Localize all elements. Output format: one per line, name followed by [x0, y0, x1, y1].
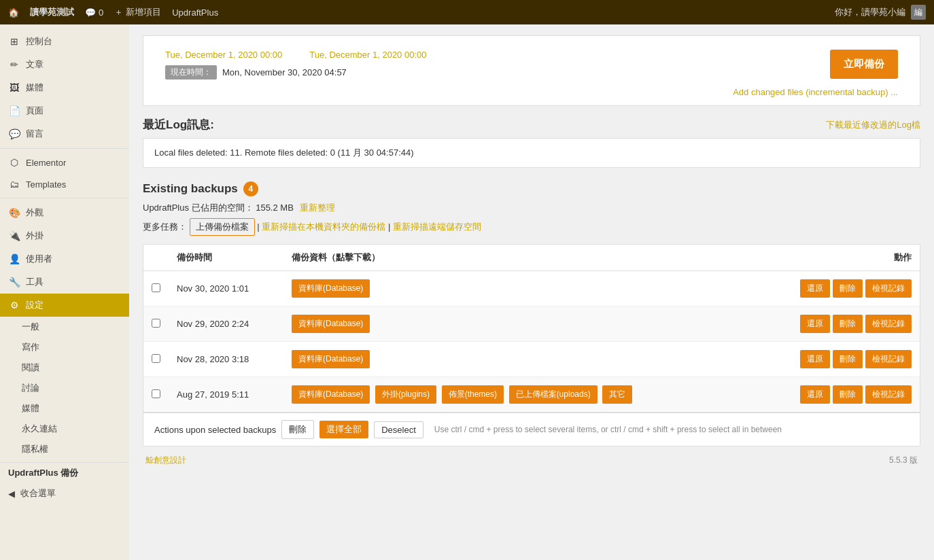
- row3-delete-btn[interactable]: 刪除: [833, 350, 863, 368]
- home-icon[interactable]: 🏠: [8, 7, 19, 18]
- credit-link[interactable]: 鯨創意設計: [145, 455, 186, 466]
- sidebar-item-label: 文章: [26, 58, 44, 71]
- admin-bar: 🏠 讀學苑測試 💬 0 ＋ 新增項目 UpdraftPlus 你好，讀學苑小編 …: [0, 0, 934, 24]
- col-actions: 動作: [750, 245, 920, 271]
- row1-restore-btn[interactable]: 還原: [800, 279, 830, 298]
- sidebar-sub-reading[interactable]: 閱讀: [0, 357, 129, 378]
- row2-date: Nov 29, 2020 2:24: [169, 307, 283, 342]
- row3-data: 資料庫(Database): [283, 342, 750, 377]
- row1-delete-btn[interactable]: 刪除: [833, 279, 863, 298]
- sidebar-sub-discussion[interactable]: 討論: [0, 378, 129, 398]
- sidebar-collapse[interactable]: ◀ 收合選單: [0, 483, 129, 504]
- sidebar-sub-general[interactable]: 一般: [0, 317, 129, 337]
- sidebar-item-posts[interactable]: ✏ 文章: [0, 53, 129, 76]
- row4-themes-btn[interactable]: 佈景(themes): [442, 385, 504, 404]
- table-row: Nov 30, 2020 1:01 資料庫(Database) 還原 刪除 檢視…: [143, 271, 920, 307]
- version-text: 5.5.3 版: [889, 455, 918, 466]
- current-time-row: 現在時間： Mon, November 30, 2020 04:57: [154, 60, 438, 88]
- user-avatar[interactable]: 編: [911, 5, 926, 20]
- sidebar-item-templates[interactable]: 🗂 Templates: [0, 173, 129, 195]
- backup-date-2[interactable]: Tue, December 1, 2020 00:00: [309, 50, 426, 60]
- sidebar-divider-1: [0, 148, 129, 149]
- row1-db-btn[interactable]: 資料庫(Database): [292, 279, 370, 298]
- rescan-remote-link[interactable]: 重新掃描遠端儲存空間: [393, 222, 481, 232]
- sidebar-item-plugins[interactable]: 🔌 外掛: [0, 224, 129, 247]
- row4-delete-btn[interactable]: 刪除: [833, 385, 863, 404]
- sidebar-updraft-section[interactable]: UpdraftPlus 備份: [0, 462, 129, 483]
- space-value: 155.2 MB: [256, 203, 294, 213]
- sidebar-item-tools[interactable]: 🔧 工具: [0, 270, 129, 294]
- settings-icon: ⚙: [8, 300, 20, 311]
- sidebar-item-users[interactable]: 👤 使用者: [0, 247, 129, 270]
- row4-uploads-btn[interactable]: 已上傳檔案(uploads): [509, 385, 598, 404]
- current-time-badge: 現在時間：: [165, 65, 217, 80]
- sidebar-sub-writing[interactable]: 寫作: [0, 337, 129, 357]
- row2-log-btn[interactable]: 檢視記錄: [865, 315, 912, 333]
- sidebar-item-appearance[interactable]: 🎨 外觀: [0, 201, 129, 224]
- backup-now-button[interactable]: 立即備份: [830, 50, 898, 79]
- tasks-label: 更多任務：: [143, 222, 187, 232]
- row2-checkbox[interactable]: [152, 319, 160, 328]
- plugin-name[interactable]: UpdraftPlus: [172, 7, 218, 18]
- table-row: Aug 27, 2019 5:11 資料庫(Database) 外掛(plugi…: [143, 377, 920, 413]
- table-row: Nov 28, 2020 3:18 資料庫(Database) 還原 刪除 檢視…: [143, 342, 920, 377]
- new-item[interactable]: ＋ 新增項目: [114, 6, 161, 18]
- row4-db-btn[interactable]: 資料庫(Database): [292, 385, 370, 404]
- deselect-btn[interactable]: Deselect: [374, 421, 423, 438]
- row3-actions: 還原 刪除 檢視記錄: [750, 342, 920, 377]
- select-all-btn[interactable]: 選擇全部: [319, 421, 368, 438]
- backup-date-1[interactable]: Tue, December 1, 2020 00:00: [165, 50, 282, 60]
- sidebar-item-dashboard[interactable]: ⊞ 控制台: [0, 30, 129, 53]
- admin-bar-right: 你好，讀學苑小編 編: [835, 5, 926, 20]
- sidebar-sub-media[interactable]: 媒體: [0, 398, 129, 419]
- row3-db-btn[interactable]: 資料庫(Database): [292, 350, 370, 368]
- sidebar-item-media[interactable]: 🖼 媒體: [0, 76, 129, 99]
- col-checkbox: [143, 245, 169, 271]
- row4-restore-btn[interactable]: 還原: [800, 385, 830, 404]
- row2-delete-btn[interactable]: 刪除: [833, 315, 863, 333]
- row4-others-btn[interactable]: 其它: [602, 385, 632, 404]
- sidebar-item-elementor[interactable]: ⬡ Elementor: [0, 152, 129, 173]
- row1-actions-cell: 還原 刪除 檢視記錄: [759, 279, 912, 298]
- space-info: UpdraftPlus 已佔用的空間： 155.2 MB 重新整理: [143, 202, 920, 214]
- row4-log-btn[interactable]: 檢視記錄: [865, 385, 912, 404]
- backup-right-col: 立即備份 Add changed files (incremental back…: [722, 41, 909, 105]
- log-title: 最近Log訊息:: [143, 117, 214, 133]
- sidebar-item-settings[interactable]: ⚙ 設定: [0, 294, 129, 317]
- sidebar-sub-privacy[interactable]: 隱私權: [0, 439, 129, 459]
- comment-count-value: 0: [99, 7, 103, 18]
- row4-actions-cell: 還原 刪除 檢視記錄: [759, 385, 912, 404]
- comment-count-item[interactable]: 💬 0: [85, 7, 103, 18]
- sidebar-item-pages[interactable]: 📄 頁面: [0, 99, 129, 122]
- row2-restore-btn[interactable]: 還原: [800, 315, 830, 333]
- admin-bar-left: 🏠 讀學苑測試 💬 0 ＋ 新增項目 UpdraftPlus: [8, 6, 824, 18]
- row2-checkbox-cell: [143, 307, 169, 342]
- row3-log-btn[interactable]: 檢視記錄: [865, 350, 912, 368]
- row2-db-btn[interactable]: 資料庫(Database): [292, 315, 370, 333]
- main-layout: ⊞ 控制台 ✏ 文章 🖼 媒體 📄 頁面 💬 留言 ⬡ Elementor 🗂 …: [0, 24, 934, 560]
- actions-label: Actions upon selected backups: [154, 425, 276, 435]
- tasks-row: 更多任務： 上傳備份檔案 | 重新掃描在本機資料夾的備份檔 | 重新掃描遠端儲存…: [143, 218, 920, 236]
- comment-icon: 💬: [85, 7, 96, 18]
- templates-icon: 🗂: [8, 179, 20, 190]
- row3-checkbox[interactable]: [152, 354, 160, 363]
- sidebar-sub-permalink[interactable]: 永久連結: [0, 419, 129, 439]
- backup-info-section: Tue, December 1, 2020 00:00 Tue, Decembe…: [143, 35, 920, 106]
- sidebar-item-comments[interactable]: 💬 留言: [0, 122, 129, 145]
- reorg-link[interactable]: 重新整理: [300, 203, 335, 213]
- site-name[interactable]: 讀學苑測試: [30, 6, 74, 18]
- upload-backup-button[interactable]: 上傳備份檔案: [190, 218, 255, 236]
- row4-plugins-btn[interactable]: 外掛(plugins): [375, 385, 436, 404]
- row1-log-btn[interactable]: 檢視記錄: [865, 279, 912, 298]
- collapse-icon: ◀: [8, 489, 15, 499]
- rescan-local-link[interactable]: 重新掃描在本機資料夾的備份檔: [262, 222, 385, 232]
- sidebar-item-label: Elementor: [26, 158, 66, 168]
- media-icon: 🖼: [8, 82, 20, 93]
- row4-checkbox[interactable]: [152, 389, 160, 398]
- incremental-link[interactable]: Add changed files (incremental backup) .…: [733, 87, 898, 97]
- row1-date: Nov 30, 2020 1:01: [169, 271, 283, 307]
- delete-selected-btn[interactable]: 刪除: [281, 420, 314, 439]
- row1-checkbox[interactable]: [152, 283, 160, 292]
- row3-restore-btn[interactable]: 還原: [800, 350, 830, 368]
- download-log-link[interactable]: 下載最近修改過的Log檔: [826, 119, 920, 131]
